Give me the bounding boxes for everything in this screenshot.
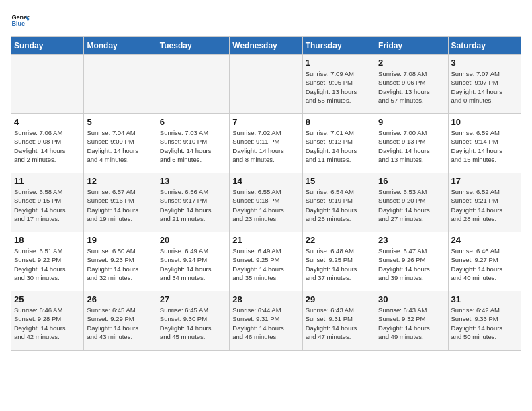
day-info: Sunrise: 6:57 AM Sunset: 9:16 PM Dayligh… — [87, 187, 153, 223]
day-number: 21 — [232, 235, 299, 245]
day-info: Sunrise: 6:59 AM Sunset: 9:14 PM Dayligh… — [451, 128, 518, 164]
day-number: 10 — [451, 117, 518, 127]
day-number: 4 — [14, 117, 81, 127]
day-number: 27 — [160, 294, 226, 304]
header-tuesday: Tuesday — [157, 37, 229, 55]
day-info: Sunrise: 6:46 AM Sunset: 9:27 PM Dayligh… — [451, 246, 518, 282]
logo-icon: General Blue — [11, 11, 30, 30]
header-saturday: Saturday — [448, 37, 521, 55]
day-info: Sunrise: 6:42 AM Sunset: 9:33 PM Dayligh… — [451, 306, 518, 341]
day-number: 12 — [87, 176, 153, 186]
day-info: Sunrise: 6:46 AM Sunset: 9:28 PM Dayligh… — [14, 306, 81, 341]
day-info: Sunrise: 7:08 AM Sunset: 9:06 PM Dayligh… — [378, 69, 445, 105]
header-row: SundayMondayTuesdayWednesdayThursdayFrid… — [11, 37, 521, 55]
day-number: 20 — [160, 235, 226, 245]
day-info: Sunrise: 6:52 AM Sunset: 9:21 PM Dayligh… — [451, 187, 518, 223]
day-number: 30 — [378, 294, 445, 304]
day-cell: 4Sunrise: 7:06 AM Sunset: 9:08 PM Daylig… — [11, 114, 84, 173]
day-number: 11 — [14, 176, 81, 186]
day-info: Sunrise: 6:45 AM Sunset: 9:29 PM Dayligh… — [87, 306, 153, 341]
day-cell: 7Sunrise: 7:02 AM Sunset: 9:11 PM Daylig… — [230, 114, 302, 173]
day-number: 16 — [378, 176, 445, 186]
day-number: 26 — [87, 294, 153, 304]
day-info: Sunrise: 6:58 AM Sunset: 9:15 PM Dayligh… — [14, 187, 81, 223]
day-cell: 29Sunrise: 6:43 AM Sunset: 9:31 PM Dayli… — [302, 291, 375, 351]
day-info: Sunrise: 6:49 AM Sunset: 9:24 PM Dayligh… — [160, 246, 226, 282]
day-number: 22 — [306, 235, 372, 245]
day-number: 15 — [306, 176, 372, 186]
day-number: 29 — [306, 294, 372, 304]
day-cell: 18Sunrise: 6:51 AM Sunset: 9:22 PM Dayli… — [11, 232, 84, 291]
week-row-0: 1Sunrise: 7:09 AM Sunset: 9:05 PM Daylig… — [11, 55, 521, 114]
day-info: Sunrise: 7:00 AM Sunset: 9:13 PM Dayligh… — [378, 128, 445, 164]
day-number: 8 — [306, 117, 372, 127]
day-cell — [230, 55, 302, 114]
week-row-4: 25Sunrise: 6:46 AM Sunset: 9:28 PM Dayli… — [11, 291, 521, 351]
day-cell: 12Sunrise: 6:57 AM Sunset: 9:16 PM Dayli… — [84, 173, 157, 232]
day-info: Sunrise: 6:47 AM Sunset: 9:26 PM Dayligh… — [378, 246, 445, 282]
day-number: 9 — [378, 117, 445, 127]
day-info: Sunrise: 7:07 AM Sunset: 9:07 PM Dayligh… — [451, 69, 518, 105]
day-number: 31 — [451, 294, 518, 304]
day-info: Sunrise: 6:44 AM Sunset: 9:31 PM Dayligh… — [232, 306, 299, 341]
day-number: 25 — [14, 294, 81, 304]
day-cell: 6Sunrise: 7:03 AM Sunset: 9:10 PM Daylig… — [157, 114, 229, 173]
day-cell — [11, 55, 84, 114]
day-cell: 22Sunrise: 6:48 AM Sunset: 9:25 PM Dayli… — [302, 232, 375, 291]
day-number: 17 — [451, 176, 518, 186]
header-thursday: Thursday — [302, 37, 375, 55]
day-cell: 13Sunrise: 6:56 AM Sunset: 9:17 PM Dayli… — [157, 173, 229, 232]
day-cell: 1Sunrise: 7:09 AM Sunset: 9:05 PM Daylig… — [302, 55, 375, 114]
day-info: Sunrise: 6:54 AM Sunset: 9:19 PM Dayligh… — [306, 187, 372, 223]
day-number: 14 — [232, 176, 299, 186]
day-number: 19 — [87, 235, 153, 245]
day-cell: 2Sunrise: 7:08 AM Sunset: 9:06 PM Daylig… — [375, 55, 448, 114]
day-cell: 5Sunrise: 7:04 AM Sunset: 9:09 PM Daylig… — [84, 114, 157, 173]
day-cell: 8Sunrise: 7:01 AM Sunset: 9:12 PM Daylig… — [302, 114, 375, 173]
header-monday: Monday — [84, 37, 157, 55]
day-info: Sunrise: 6:48 AM Sunset: 9:25 PM Dayligh… — [306, 246, 372, 282]
day-cell: 9Sunrise: 7:00 AM Sunset: 9:13 PM Daylig… — [375, 114, 448, 173]
day-cell: 21Sunrise: 6:49 AM Sunset: 9:25 PM Dayli… — [230, 232, 302, 291]
day-cell: 31Sunrise: 6:42 AM Sunset: 9:33 PM Dayli… — [448, 291, 521, 351]
svg-text:Blue: Blue — [11, 20, 25, 27]
day-cell: 26Sunrise: 6:45 AM Sunset: 9:29 PM Dayli… — [84, 291, 157, 351]
day-cell — [84, 55, 157, 114]
day-info: Sunrise: 6:55 AM Sunset: 9:18 PM Dayligh… — [232, 187, 299, 223]
day-info: Sunrise: 7:09 AM Sunset: 9:05 PM Dayligh… — [306, 69, 372, 105]
day-info: Sunrise: 6:43 AM Sunset: 9:32 PM Dayligh… — [378, 306, 445, 341]
day-info: Sunrise: 7:01 AM Sunset: 9:12 PM Dayligh… — [306, 128, 372, 164]
header: General Blue — [11, 11, 521, 30]
week-row-2: 11Sunrise: 6:58 AM Sunset: 9:15 PM Dayli… — [11, 173, 521, 232]
calendar-table: SundayMondayTuesdayWednesdayThursdayFrid… — [11, 36, 521, 351]
day-number: 1 — [306, 58, 372, 68]
day-info: Sunrise: 7:03 AM Sunset: 9:10 PM Dayligh… — [160, 128, 226, 164]
day-cell: 20Sunrise: 6:49 AM Sunset: 9:24 PM Dayli… — [157, 232, 229, 291]
day-cell: 11Sunrise: 6:58 AM Sunset: 9:15 PM Dayli… — [11, 173, 84, 232]
day-cell: 27Sunrise: 6:45 AM Sunset: 9:30 PM Dayli… — [157, 291, 229, 351]
day-info: Sunrise: 6:53 AM Sunset: 9:20 PM Dayligh… — [378, 187, 445, 223]
header-sunday: Sunday — [11, 37, 84, 55]
day-info: Sunrise: 6:50 AM Sunset: 9:23 PM Dayligh… — [87, 246, 153, 282]
day-number: 3 — [451, 58, 518, 68]
day-number: 5 — [87, 117, 153, 127]
day-cell: 17Sunrise: 6:52 AM Sunset: 9:21 PM Dayli… — [448, 173, 521, 232]
day-cell: 23Sunrise: 6:47 AM Sunset: 9:26 PM Dayli… — [375, 232, 448, 291]
day-info: Sunrise: 7:06 AM Sunset: 9:08 PM Dayligh… — [14, 128, 81, 164]
day-info: Sunrise: 7:04 AM Sunset: 9:09 PM Dayligh… — [87, 128, 153, 164]
logo: General Blue — [11, 11, 30, 30]
day-cell — [157, 55, 229, 114]
day-cell: 14Sunrise: 6:55 AM Sunset: 9:18 PM Dayli… — [230, 173, 302, 232]
day-number: 18 — [14, 235, 81, 245]
day-info: Sunrise: 7:02 AM Sunset: 9:11 PM Dayligh… — [232, 128, 299, 164]
day-number: 7 — [232, 117, 299, 127]
day-info: Sunrise: 6:43 AM Sunset: 9:31 PM Dayligh… — [306, 306, 372, 341]
day-info: Sunrise: 6:51 AM Sunset: 9:22 PM Dayligh… — [14, 246, 81, 282]
day-info: Sunrise: 6:45 AM Sunset: 9:30 PM Dayligh… — [160, 306, 226, 341]
day-info: Sunrise: 6:49 AM Sunset: 9:25 PM Dayligh… — [232, 246, 299, 282]
day-cell: 25Sunrise: 6:46 AM Sunset: 9:28 PM Dayli… — [11, 291, 84, 351]
day-number: 23 — [378, 235, 445, 245]
day-info: Sunrise: 6:56 AM Sunset: 9:17 PM Dayligh… — [160, 187, 226, 223]
header-friday: Friday — [375, 37, 448, 55]
calendar-header: SundayMondayTuesdayWednesdayThursdayFrid… — [11, 37, 521, 55]
